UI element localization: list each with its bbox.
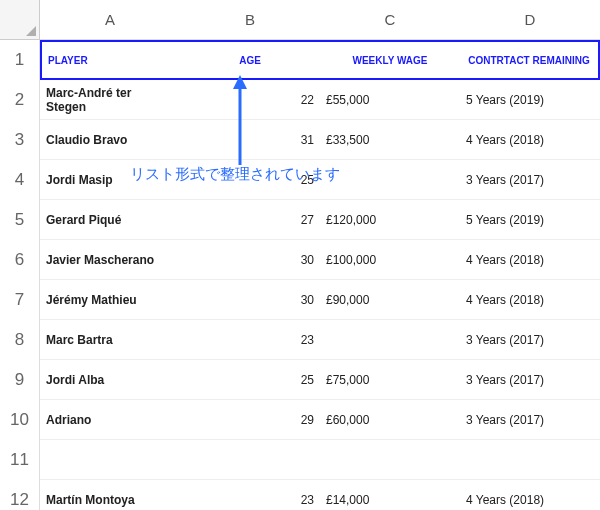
header-contract[interactable]: CONTRTACT REMAINING [460, 40, 600, 80]
cell-wage[interactable]: £100,000 [320, 240, 460, 280]
cell-player[interactable]: Marc Bartra [40, 320, 180, 360]
cell-wage[interactable] [320, 440, 460, 480]
cell-wage[interactable]: £120,000 [320, 200, 460, 240]
cell-contract[interactable]: 3 Years (2017) [460, 160, 600, 200]
cell-player[interactable]: Claudio Bravo [40, 120, 180, 160]
select-all-corner[interactable] [0, 0, 40, 40]
spreadsheet-grid: A B C D 1 PLAYER AGE WEEKLY WAGE CONTRTA… [0, 0, 600, 510]
cell-player[interactable]: Adriano [40, 400, 180, 440]
header-wage[interactable]: WEEKLY WAGE [320, 40, 460, 80]
cell-player[interactable]: Gerard Piqué [40, 200, 180, 240]
cell-age[interactable]: 23 [180, 480, 320, 510]
cell-contract[interactable]: 5 Years (2019) [460, 80, 600, 120]
header-player[interactable]: PLAYER [40, 40, 180, 80]
cell-contract[interactable]: 4 Years (2018) [460, 120, 600, 160]
cell-contract[interactable]: 3 Years (2017) [460, 320, 600, 360]
row-header-9[interactable]: 9 [0, 360, 40, 400]
cell-player[interactable]: Marc-André ter Stegen [40, 80, 180, 120]
row-header-11[interactable]: 11 [0, 440, 40, 480]
cell-age[interactable]: 22 [180, 80, 320, 120]
cell-contract[interactable]: 4 Years (2018) [460, 480, 600, 510]
row-header-4[interactable]: 4 [0, 160, 40, 200]
cell-age[interactable]: 30 [180, 240, 320, 280]
cell-contract[interactable]: 3 Years (2017) [460, 400, 600, 440]
cell-player[interactable]: Martín Montoya [40, 480, 180, 510]
cell-age[interactable]: 27 [180, 200, 320, 240]
cell-contract[interactable]: 4 Years (2018) [460, 240, 600, 280]
cell-contract[interactable]: 5 Years (2019) [460, 200, 600, 240]
cell-age[interactable]: 31 [180, 120, 320, 160]
cell-wage[interactable]: £75,000 [320, 360, 460, 400]
row-header-1[interactable]: 1 [0, 40, 40, 80]
cell-age[interactable]: 29 [180, 400, 320, 440]
cell-wage[interactable]: £90,000 [320, 280, 460, 320]
row-header-10[interactable]: 10 [0, 400, 40, 440]
cell-player[interactable]: Jérémy Mathieu [40, 280, 180, 320]
cell-wage[interactable] [320, 320, 460, 360]
cell-wage[interactable]: £60,000 [320, 400, 460, 440]
cell-wage[interactable]: £33,500 [320, 120, 460, 160]
cell-player[interactable] [40, 440, 180, 480]
cell-contract[interactable]: 4 Years (2018) [460, 280, 600, 320]
cell-wage[interactable]: £14,000 [320, 480, 460, 510]
row-header-8[interactable]: 8 [0, 320, 40, 360]
row-header-7[interactable]: 7 [0, 280, 40, 320]
cell-age[interactable] [180, 440, 320, 480]
col-header-c[interactable]: C [320, 0, 460, 40]
cell-player[interactable]: Jordi Alba [40, 360, 180, 400]
cell-age[interactable]: 30 [180, 280, 320, 320]
row-header-3[interactable]: 3 [0, 120, 40, 160]
cell-wage[interactable] [320, 160, 460, 200]
cell-player[interactable]: Jordi Masip [40, 160, 180, 200]
cell-age[interactable]: 23 [180, 320, 320, 360]
header-age[interactable]: AGE [180, 40, 320, 80]
cell-wage[interactable]: £55,000 [320, 80, 460, 120]
cell-age[interactable]: 25 [180, 160, 320, 200]
row-header-2[interactable]: 2 [0, 80, 40, 120]
col-header-a[interactable]: A [40, 0, 180, 40]
col-header-d[interactable]: D [460, 0, 600, 40]
cell-player[interactable]: Javier Mascherano [40, 240, 180, 280]
cell-contract[interactable]: 3 Years (2017) [460, 360, 600, 400]
cell-contract[interactable] [460, 440, 600, 480]
row-header-5[interactable]: 5 [0, 200, 40, 240]
row-header-12[interactable]: 12 [0, 480, 40, 510]
cell-age[interactable]: 25 [180, 360, 320, 400]
col-header-b[interactable]: B [180, 0, 320, 40]
row-header-6[interactable]: 6 [0, 240, 40, 280]
